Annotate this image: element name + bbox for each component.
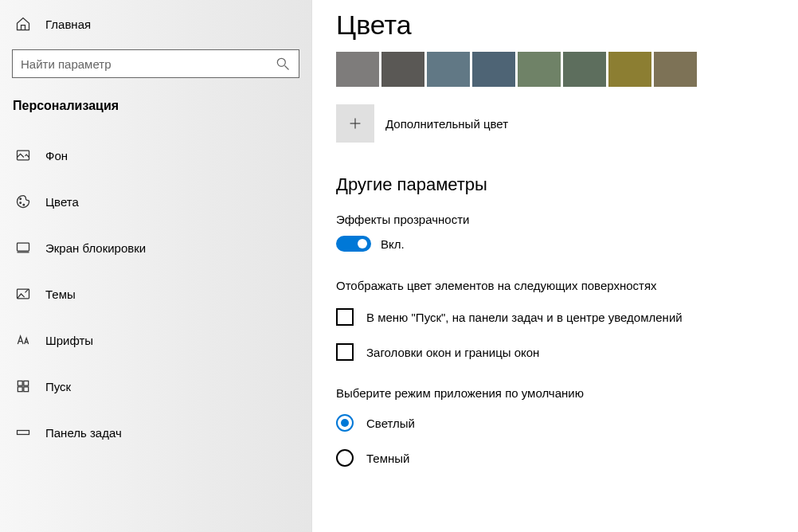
color-swatch[interactable] bbox=[608, 52, 651, 87]
sidebar: Главная Персонализация Фон Цвета Экран б… bbox=[0, 0, 312, 532]
svg-rect-10 bbox=[24, 381, 29, 385]
color-swatch[interactable] bbox=[518, 52, 561, 87]
svg-point-3 bbox=[20, 198, 22, 200]
color-swatch[interactable] bbox=[563, 52, 606, 87]
background-icon bbox=[15, 147, 31, 163]
checkbox-icon bbox=[336, 343, 354, 361]
page-title: Цвета bbox=[336, 10, 798, 41]
svg-point-0 bbox=[277, 58, 285, 66]
fonts-icon bbox=[15, 332, 31, 348]
surfaces-header: Отображать цвет элементов на следующих п… bbox=[336, 279, 798, 292]
nav-item-label: Шрифты bbox=[45, 334, 93, 347]
svg-point-4 bbox=[20, 202, 22, 204]
svg-rect-13 bbox=[18, 431, 29, 435]
svg-rect-9 bbox=[18, 381, 22, 385]
svg-rect-11 bbox=[18, 387, 22, 392]
section-title: Персонализация bbox=[13, 99, 299, 113]
checkbox-label: В меню "Пуск", на панели задач и в центр… bbox=[366, 311, 683, 324]
custom-color-button[interactable]: Дополнительный цвет bbox=[336, 104, 798, 143]
color-swatch[interactable] bbox=[381, 52, 424, 87]
search-box[interactable] bbox=[12, 49, 299, 78]
nav-item-fonts[interactable]: Шрифты bbox=[12, 322, 299, 358]
start-icon bbox=[15, 378, 31, 394]
checkbox-icon bbox=[336, 308, 354, 326]
custom-color-label: Дополнительный цвет bbox=[385, 117, 508, 131]
taskbar-icon bbox=[15, 424, 31, 440]
nav-item-label: Пуск bbox=[45, 380, 71, 393]
nav-item-label: Фон bbox=[45, 149, 68, 162]
themes-icon bbox=[15, 286, 31, 302]
home-link[interactable]: Главная bbox=[15, 16, 299, 32]
radio-icon bbox=[336, 414, 354, 432]
color-swatch[interactable] bbox=[654, 52, 697, 87]
nav-item-lockscreen[interactable]: Экран блокировки bbox=[12, 229, 299, 266]
plus-icon bbox=[336, 104, 374, 143]
toggle-knob bbox=[358, 239, 367, 248]
transparency-toggle[interactable] bbox=[336, 236, 371, 252]
main-panel: Цвета Дополнительный цвет Другие парамет… bbox=[312, 0, 798, 532]
color-swatch[interactable] bbox=[427, 52, 470, 87]
toggle-state-label: Вкл. bbox=[381, 237, 405, 251]
nav-item-taskbar[interactable]: Панель задач bbox=[12, 414, 299, 451]
svg-point-5 bbox=[23, 204, 25, 205]
search-icon bbox=[275, 56, 291, 72]
lockscreen-icon bbox=[15, 240, 31, 256]
nav-item-start[interactable]: Пуск bbox=[12, 368, 299, 405]
search-input[interactable] bbox=[21, 57, 275, 71]
home-icon bbox=[15, 16, 31, 32]
transparency-toggle-row: Вкл. bbox=[336, 236, 798, 252]
radio-label: Светлый bbox=[366, 417, 415, 430]
nav-item-label: Экран блокировки bbox=[45, 241, 146, 255]
home-label: Главная bbox=[45, 18, 91, 31]
other-params-header: Другие параметры bbox=[336, 174, 798, 195]
checkbox-label: Заголовки окон и границы окон bbox=[366, 346, 539, 359]
color-swatch[interactable] bbox=[472, 52, 515, 87]
svg-line-1 bbox=[285, 66, 289, 70]
checkbox-start-taskbar[interactable]: В меню "Пуск", на панели задач и в центр… bbox=[336, 308, 798, 326]
color-swatch[interactable] bbox=[336, 52, 379, 87]
nav-item-label: Темы bbox=[45, 288, 76, 301]
nav-item-label: Панель задач bbox=[45, 426, 122, 440]
color-swatch-row bbox=[336, 52, 798, 87]
app-mode-radio[interactable]: Темный bbox=[336, 449, 798, 467]
svg-rect-6 bbox=[18, 243, 29, 251]
colors-icon bbox=[15, 194, 31, 209]
radio-label: Темный bbox=[366, 452, 409, 465]
app-mode-radio[interactable]: Светлый bbox=[336, 414, 798, 432]
svg-rect-12 bbox=[24, 387, 29, 392]
app-mode-header: Выберите режим приложения по умолчанию bbox=[336, 386, 798, 400]
nav-item-background[interactable]: Фон bbox=[12, 137, 299, 174]
nav-item-label: Цвета bbox=[45, 195, 79, 209]
radio-icon bbox=[336, 449, 354, 467]
transparency-label: Эффекты прозрачности bbox=[336, 213, 798, 226]
checkbox-titlebars[interactable]: Заголовки окон и границы окон bbox=[336, 343, 798, 361]
nav-item-colors[interactable]: Цвета bbox=[12, 183, 299, 220]
nav-item-themes[interactable]: Темы bbox=[12, 276, 299, 312]
